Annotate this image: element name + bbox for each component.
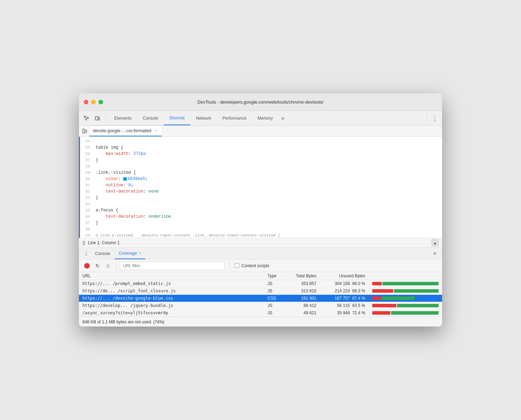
format-icon[interactable]: {} <box>82 240 85 245</box>
unused-bar <box>391 311 439 315</box>
file-tab-name: devsite-google-....css:formatted <box>93 128 151 133</box>
svg-rect-0 <box>95 117 98 120</box>
code-line-55: table img { <box>96 144 439 151</box>
cell-url: https://... /devsite-google-blue.css <box>79 295 264 302</box>
table-row[interactable]: https://... /devsite-google-blue.css CSS… <box>79 295 442 302</box>
bottom-tab-coverage[interactable]: Coverage × <box>115 248 145 259</box>
col-header-type[interactable]: Type <box>264 272 285 280</box>
code-line-60: color: #039be5; <box>96 176 439 182</box>
cell-type: JS <box>264 287 285 295</box>
used-bar <box>372 289 393 293</box>
cell-unused: 304 158 86.0 % <box>320 280 369 287</box>
table-row[interactable]: https://develop... /jquery-bundle.js JS … <box>79 302 442 309</box>
cell-url: https://de... /script_foot_closure.js <box>79 287 264 295</box>
code-line-59: :link,:visited { <box>96 170 439 176</box>
minimize-button[interactable] <box>91 100 96 104</box>
kebab-menu-button[interactable]: ⋮ <box>430 114 439 123</box>
used-bar <box>372 311 390 315</box>
code-line-61: outline: 0; <box>96 182 439 188</box>
maximize-button[interactable] <box>98 100 103 104</box>
window-controls <box>84 100 103 104</box>
scroll-to-top-button[interactable]: ▲ <box>432 239 439 246</box>
col-header-unused[interactable]: Unused Bytes <box>320 272 369 280</box>
bottom-tab-console[interactable]: Console <box>91 248 115 259</box>
unused-bar <box>382 282 439 285</box>
close-panel-button[interactable]: × <box>430 249 439 258</box>
record-button[interactable] <box>82 261 91 270</box>
close-button[interactable] <box>84 100 88 104</box>
reload-button[interactable]: ↻ <box>93 261 102 270</box>
code-line-69: a.link,a:visited, .devsite-toast-content… <box>96 232 439 238</box>
coverage-tab-close[interactable]: × <box>139 251 141 255</box>
cell-total: 191 901 <box>285 295 320 302</box>
status-bar: {} Line 1, Column 1 ▲ <box>79 238 442 248</box>
cell-total: 88 412 <box>285 302 320 309</box>
code-line-62: text-decoration: none <box>96 188 439 195</box>
code-content[interactable]: table img { max-width: 272px } :link,:vi… <box>93 137 442 238</box>
cell-unused: 56 115 63.5 % <box>320 302 369 309</box>
tab-console[interactable]: Console <box>137 111 164 125</box>
cell-bar <box>369 309 442 317</box>
table-row[interactable]: /async_survey?site=ylj5ifxusvvmr4p JS 49… <box>79 309 442 317</box>
nav-right: ⋮ <box>424 114 439 123</box>
code-line-54 <box>96 138 439 144</box>
cell-bar <box>369 287 442 295</box>
table-row[interactable]: https://de... /script_foot_closure.js JS… <box>79 287 442 295</box>
cell-type: CSS <box>264 295 285 302</box>
toolbar-divider-2 <box>229 262 230 269</box>
coverage-summary: 848 KB of 1.1 MB bytes are not used. (74… <box>82 320 164 324</box>
nav-tabs: Elements Console Sources Network Perform… <box>109 111 424 125</box>
inspect-icon[interactable] <box>82 114 91 123</box>
tab-elements[interactable]: Elements <box>109 111 137 125</box>
window-title: DevTools - developers.google.com/web/too… <box>197 99 323 105</box>
code-line-67: } <box>96 220 439 226</box>
svg-rect-1 <box>98 118 100 120</box>
content-scripts-checkbox[interactable] <box>235 263 239 268</box>
content-scripts-checkbox-label[interactable]: Content scripts <box>235 263 269 268</box>
cell-unused: 214 224 68.3 % <box>320 287 369 295</box>
gutter-indicator <box>79 137 80 238</box>
devtools-window: DevTools - developers.google.com/web/too… <box>79 93 442 327</box>
color-swatch <box>123 177 127 181</box>
nav-icons <box>82 114 106 123</box>
cell-url: https://develop... /jquery-bundle.js <box>79 302 264 309</box>
cell-bar <box>369 280 442 287</box>
col-header-url[interactable]: URL <box>79 272 264 280</box>
cell-total: 353 857 <box>285 280 320 287</box>
bottom-panel: ⋮ Console Coverage × × ↻ ⊘ Content scrip… <box>79 248 442 327</box>
code-line-68 <box>96 226 439 232</box>
bottom-tabbar: ⋮ Console Coverage × × <box>79 248 442 260</box>
cell-type: JS <box>264 302 285 309</box>
unused-bar <box>382 297 415 300</box>
device-icon[interactable] <box>93 114 102 123</box>
tab-network[interactable]: Network <box>190 111 217 125</box>
code-line-58 <box>96 163 439 170</box>
unused-bar <box>397 304 439 307</box>
cell-bar <box>369 302 442 309</box>
bottom-panel-options[interactable]: ⋮ <box>82 249 91 258</box>
code-editor[interactable]: 54 55 56 57 58 59 60 61 62 63 64 65 66 6… <box>79 137 442 238</box>
cell-total: 313 810 <box>285 287 320 295</box>
file-tab-css[interactable]: devsite-google-....css:formatted × <box>89 126 162 136</box>
status-right: ▲ <box>432 239 439 246</box>
cursor-position: Line 1, Column 1 <box>88 240 120 245</box>
cell-type: JS <box>264 280 285 287</box>
more-tabs-button[interactable]: » <box>278 115 287 121</box>
col-header-total[interactable]: Total Bytes <box>285 272 320 280</box>
file-tab-close-button[interactable]: × <box>153 128 158 133</box>
code-line-64 <box>96 201 439 207</box>
cell-unused: 167 757 87.4 % <box>320 295 369 302</box>
url-filter-input[interactable] <box>120 262 225 270</box>
table-row[interactable]: https://... /prompt_embed_static.js JS 3… <box>79 280 442 287</box>
tab-performance[interactable]: Performance <box>217 111 252 125</box>
used-bar <box>372 304 396 307</box>
cell-bar <box>369 295 442 302</box>
code-line-63: } <box>96 195 439 201</box>
clear-button[interactable]: ⊘ <box>103 261 112 270</box>
coverage-toolbar: ↻ ⊘ Content scripts <box>79 260 442 272</box>
svg-rect-2 <box>83 129 85 133</box>
tab-memory[interactable]: Memory <box>252 111 278 125</box>
table-header-row: URL Type Total Bytes Unused Bytes <box>79 272 442 280</box>
file-panel-toggle[interactable] <box>80 127 89 136</box>
tab-sources[interactable]: Sources <box>164 111 190 125</box>
